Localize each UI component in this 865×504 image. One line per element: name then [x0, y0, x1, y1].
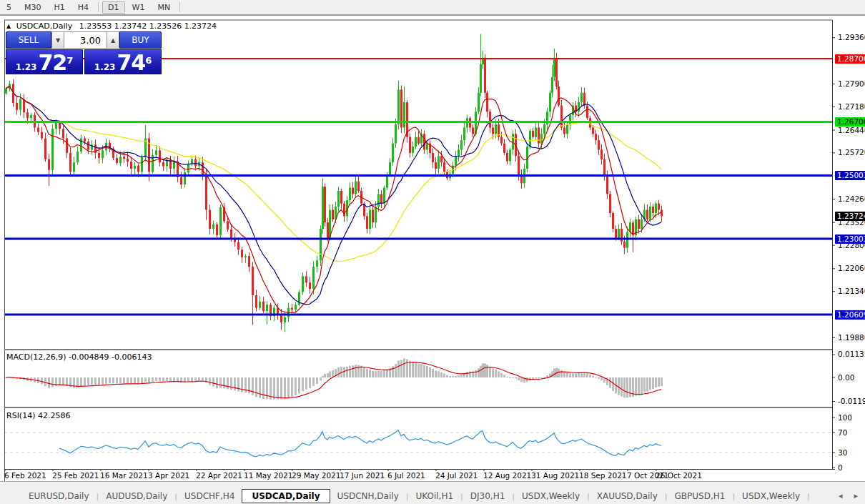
- date-tick-label: 18 Sep 2021: [579, 471, 627, 480]
- toolbar-separator: [179, 2, 180, 12]
- buy-button[interactable]: BUY: [119, 31, 162, 49]
- date-tick-label: 3 Apr 2021: [148, 471, 189, 480]
- price-tick-label: 1.27900: [838, 79, 865, 89]
- chart-tabs: EURUSD,Daily|AUDUSD,Daily|USDCHF,H4USDCA…: [21, 489, 810, 503]
- date-tick-label: 6 Jul 2021: [387, 471, 425, 480]
- ohlc-values: 1.23553 1.23742 1.23526 1.23724: [79, 21, 217, 31]
- volume-increase-button[interactable]: ▲: [107, 31, 119, 49]
- macd-indicator-label: MACD(12,26,9) -0.004849 -0.006143: [6, 352, 152, 362]
- date-tick-label: 31 Aug 2021: [531, 471, 579, 480]
- sell-price-pip: 7: [66, 51, 73, 70]
- timeframe-toolbar: 5M30H1H4D1W1MN: [0, 0, 865, 16]
- timeframe-button-m30[interactable]: M30: [19, 1, 47, 14]
- rsi-tick-label: 100: [838, 413, 852, 423]
- date-tick-label: 22 Apr 2021: [196, 471, 242, 480]
- macd-tick-label: 0.00: [838, 373, 854, 382]
- tab-usdx-weekly[interactable]: USDX,Weekly: [735, 490, 807, 503]
- chart-tab-bar: EURUSD,Daily|AUDUSD,Daily|USDCHF,H4USDCA…: [0, 488, 865, 504]
- date-tick-label: 29 May 2021: [292, 471, 340, 480]
- tab-gbpusd-h1[interactable]: GBPUSD,H1: [667, 490, 732, 503]
- price-badge: 1.28700: [835, 54, 865, 64]
- tab-usdcad-daily[interactable]: USDCAD,Daily: [242, 489, 330, 503]
- tab-dj30-h1[interactable]: DJ30,H1: [463, 490, 513, 503]
- rsi-indicator-label: RSI(14) 42.2586: [6, 411, 70, 420]
- price-badge: 1.26700: [835, 117, 865, 127]
- rsi-tick-label: 70: [838, 428, 847, 438]
- price-tick-label: 1.29360: [838, 33, 865, 42]
- timeframe-buttons: 5M30H1H4D1W1MN: [0, 1, 183, 14]
- date-tick-label: 12 Aug 2021: [483, 471, 531, 480]
- timeframe-button-h4[interactable]: H4: [72, 1, 94, 14]
- collapse-arrow-icon[interactable]: ▲: [6, 23, 11, 29]
- date-tick-label: 17 Jun 2021: [340, 471, 385, 480]
- symbol-name: USDCAD,Daily: [16, 21, 73, 31]
- tab-scroll-right-icon[interactable]: ▸: [854, 491, 858, 500]
- buy-price-main: 74: [117, 53, 145, 73]
- timeframe-button-mn[interactable]: MN: [152, 1, 176, 14]
- price-tick-label: 1.27180: [838, 102, 865, 112]
- price-badge: 1.23724: [835, 212, 865, 221]
- sell-price-prefix: 1.23: [16, 61, 37, 73]
- date-tick-label: 25 Feb 2021: [52, 471, 99, 480]
- volume-decrease-button[interactable]: ▼: [51, 31, 64, 49]
- price-badge: 1.23003: [835, 234, 865, 244]
- tab-scroll-left-icon[interactable]: ◂: [839, 491, 843, 500]
- price-badge: 1.20609: [835, 310, 865, 320]
- toolbar-separator: [98, 2, 99, 12]
- date-tick-label: 26 Oct 2021: [656, 471, 702, 480]
- price-tick-label: 1.24260: [838, 194, 865, 204]
- buy-price-quote[interactable]: 1.23 74 6: [84, 49, 162, 74]
- price-badge: 1.25003: [835, 171, 865, 180]
- date-tick-label: 11 May 2021: [244, 471, 292, 480]
- sell-price-main: 72: [38, 53, 66, 73]
- chart-title: ▲ USDCAD,Daily 1.23553 1.23742 1.23526 1…: [6, 21, 217, 31]
- tab-usdx-weekly[interactable]: USDX,Weekly: [515, 490, 587, 503]
- macd-tick-label: 0.01135: [838, 350, 865, 359]
- price-tick-label: 1.22060: [838, 264, 865, 273]
- buy-price-pip: 6: [145, 51, 152, 70]
- price-tick-label: 1.21340: [838, 287, 865, 296]
- timeframe-button-h1[interactable]: H1: [49, 1, 71, 14]
- tab-eurusd-daily[interactable]: EURUSD,Daily: [21, 490, 97, 503]
- rsi-tick-label: 30: [838, 448, 847, 458]
- date-tick-label: 24 Jul 2021: [435, 471, 478, 480]
- rsi-tick-label: 0: [838, 463, 843, 473]
- macd-tick-label: -0.011904: [838, 397, 865, 406]
- tab-separator: |: [807, 492, 810, 501]
- tab-audusd-daily[interactable]: AUDUSD,Daily: [99, 490, 174, 503]
- price-tick-label: 1.19880: [838, 333, 865, 342]
- volume-field[interactable]: 3.00: [64, 31, 107, 49]
- date-tick-label: 6 Feb 2021: [4, 471, 46, 480]
- price-tick-label: 1.25720: [838, 148, 865, 157]
- buy-price-prefix: 1.23: [94, 61, 116, 73]
- timeframe-button-5[interactable]: 5: [1, 1, 17, 14]
- timeframe-button-w1[interactable]: W1: [127, 1, 151, 14]
- sell-button[interactable]: SELL: [6, 31, 51, 49]
- tab-ukoil-h1[interactable]: UKOil,H1: [408, 490, 460, 503]
- timeframe-button-d1[interactable]: D1: [102, 1, 124, 14]
- tab-usdcnh-daily[interactable]: USDCNH,Daily: [330, 490, 406, 503]
- tab-scroll-controls: ◂ ▸: [839, 491, 858, 500]
- date-tick-label: 16 Mar 2021: [100, 471, 148, 480]
- tab-xauusd-daily[interactable]: XAUUSD,Daily: [590, 490, 665, 503]
- sell-price-quote[interactable]: 1.23 72 7: [6, 49, 83, 74]
- chart-canvas[interactable]: [0, 0, 865, 504]
- tab-usdchf-h4[interactable]: USDCHF,H4: [177, 490, 242, 503]
- one-click-trading-panel: SELL ▼ 3.00 ▲ BUY 1.23 72 7 1.23 74 6: [6, 31, 162, 74]
- price-tick-label: 1.26440: [838, 126, 865, 135]
